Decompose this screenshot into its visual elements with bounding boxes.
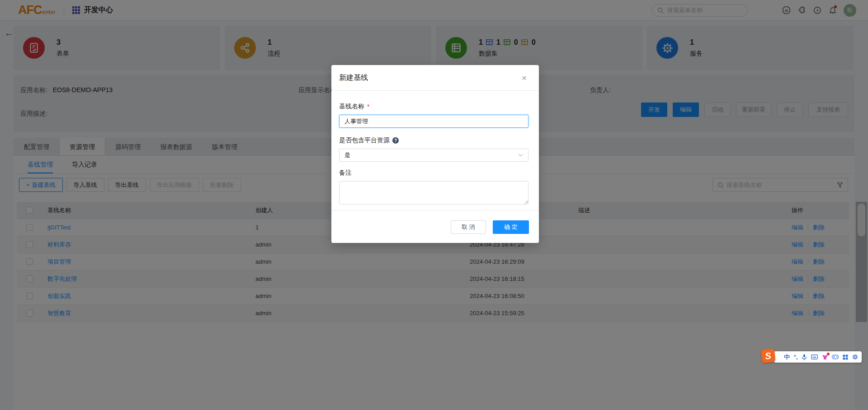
include-platform-label: 是否包含平台资源 — [339, 136, 390, 144]
ime-skin-icon[interactable] — [822, 354, 828, 360]
ime-keyboard-icon[interactable] — [811, 354, 818, 359]
dialog-header: 新建基线 × — [331, 65, 539, 91]
help-circle-icon[interactable]: ? — [392, 137, 399, 144]
remark-textarea[interactable] — [339, 181, 528, 205]
dialog-footer: 取 消 确 定 — [331, 210, 539, 243]
confirm-button[interactable]: 确 定 — [493, 220, 529, 234]
new-baseline-dialog: 新建基线 × 基线名称 * 是否包含平台资源 ? 是 备注 — [331, 65, 539, 243]
ime-settings-icon[interactable] — [852, 354, 858, 360]
ime-mic-icon[interactable] — [802, 354, 807, 360]
baseline-name-input[interactable] — [339, 115, 528, 128]
ime-game-icon[interactable] — [832, 354, 839, 359]
ime-skin-badge — [827, 353, 830, 355]
include-platform-select[interactable]: 是 — [339, 149, 528, 162]
required-mark: * — [367, 103, 369, 110]
baseline-name-label: 基线名称 — [339, 102, 364, 111]
remark-label: 备注 — [339, 169, 352, 177]
chevron-down-icon — [518, 154, 523, 157]
ime-toolbox-grid-icon[interactable] — [843, 354, 848, 360]
cancel-button[interactable]: 取 消 — [451, 220, 486, 234]
ime-mode-icon[interactable]: 中 — [784, 353, 790, 361]
ime-bar: 中 °, — [774, 351, 862, 363]
dialog-title: 新建基线 — [339, 73, 368, 83]
app-screen: AFC enter 开发中心 AI — [0, 0, 868, 410]
close-icon[interactable]: × — [522, 74, 527, 82]
ime-punctuation-icon[interactable]: °, — [794, 354, 798, 360]
select-value: 是 — [344, 151, 350, 159]
dialog-body: 基线名称 * 是否包含平台资源 ? 是 备注 — [331, 91, 539, 206]
sogou-logo[interactable]: S — [761, 349, 776, 363]
